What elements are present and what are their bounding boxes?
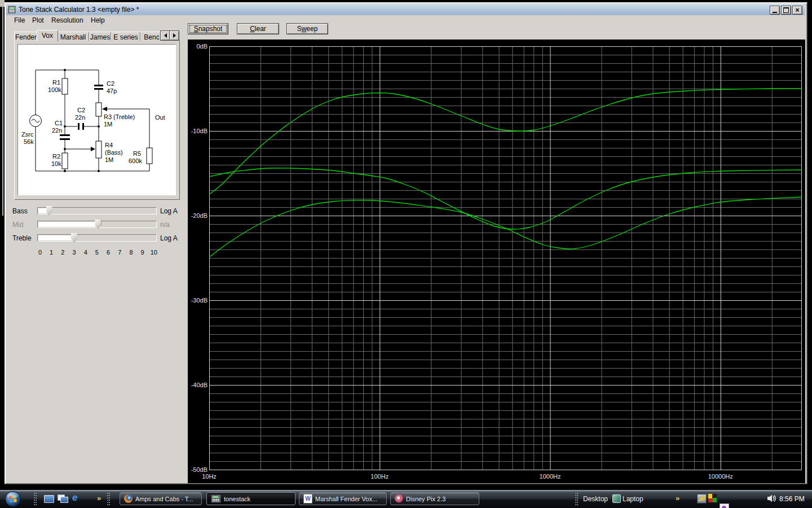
tab-benc[interactable]: Benc	[140, 32, 163, 41]
y-axis-tick-label: -40dB	[191, 382, 208, 388]
component-label: 22n	[75, 114, 85, 121]
tab-vox[interactable]: Vox	[37, 30, 58, 41]
bass-taper-label: Log A	[160, 207, 178, 215]
bass-slider-fill	[38, 208, 47, 213]
component-label: 600k	[129, 157, 142, 164]
security-key-icon[interactable]	[697, 494, 707, 503]
task-button-tonestack[interactable]: tonestack	[206, 492, 295, 505]
clear-button[interactable]: Clear	[237, 23, 279, 34]
mid-taper-label: n/a	[160, 221, 170, 229]
menu-item-resolution[interactable]: Resolution	[48, 15, 86, 25]
component-label: 47p	[107, 87, 117, 94]
task-button-marshall-fender-vox[interactable]: WMarshall Fender Vox...	[299, 492, 387, 505]
switch-windows-icon	[58, 494, 68, 502]
switch-windows-button[interactable]	[58, 494, 68, 502]
laptop-toolbar-label[interactable]: Laptop	[623, 495, 643, 503]
component-label: R3 (Treble)	[104, 113, 135, 120]
task-button-label: Amps and Cabs - T...	[135, 496, 193, 502]
component-label: C2	[77, 107, 85, 113]
snapshot-button[interactable]: Snapshot	[188, 23, 228, 34]
mid-slider-fill	[38, 222, 96, 227]
task-button-amps-and-cabs-t[interactable]: Amps and Cabs - T...	[120, 492, 202, 505]
y-axis-tick-label: -50dB	[191, 466, 208, 473]
tab-fender[interactable]: Fender	[14, 32, 38, 41]
component-label: Out	[155, 114, 165, 121]
word-icon: W	[303, 494, 312, 503]
start-button[interactable]	[5, 491, 21, 507]
task-button-label: tonestack	[224, 496, 250, 502]
desktop-toolbar-grip[interactable]	[575, 493, 579, 505]
component-label: R4	[105, 142, 113, 148]
task-button-disney-pix-2-3[interactable]: Disney Pix 2.3	[390, 492, 479, 505]
title-bar[interactable]: Tone Stack Calculator 1.3 <empty file> *…	[6, 4, 805, 15]
color-grid-icon[interactable]	[708, 494, 717, 502]
show-desktop-button[interactable]	[44, 495, 54, 503]
close-icon: ×	[795, 7, 799, 13]
component-label: R2	[52, 153, 60, 160]
component-label: R1	[52, 79, 60, 86]
mid-slider-label: Mid	[12, 221, 23, 229]
treble-slider-label: Treble	[12, 234, 32, 242]
scale-tick-8: 8	[126, 249, 135, 256]
component-label: (Bass)	[105, 149, 123, 156]
treble-taper-label: Log A	[160, 234, 178, 242]
laptop-toolbar-button[interactable]	[612, 494, 620, 502]
x-axis-tick-label: 1000Hz	[540, 473, 561, 480]
bass-slider-track[interactable]	[37, 207, 157, 214]
menu-item-file[interactable]: File	[11, 15, 28, 25]
internet-explorer-button[interactable]: e	[72, 492, 82, 505]
volume-icon[interactable]	[767, 494, 775, 502]
component-label: 1M	[105, 156, 113, 163]
frequency-response-chart: 0dB-10dB-20dB-30dB-40dB-50dB10Hz100Hz100…	[188, 40, 805, 483]
tab-james[interactable]: James	[89, 32, 111, 41]
scale-tick-7: 7	[115, 249, 124, 256]
background-window-edge	[2, 6, 3, 216]
component-label: C1	[55, 120, 63, 126]
scale-tick-1: 1	[47, 249, 56, 256]
app-icon	[8, 6, 16, 14]
menu-item-plot[interactable]: Plot	[29, 15, 47, 25]
arrow-right-icon	[173, 33, 178, 38]
scale-tick-6: 6	[104, 249, 113, 256]
tray-overflow-chevron[interactable]: »	[676, 494, 679, 502]
scale-tick-10: 10	[149, 249, 158, 256]
tab-marshall[interactable]: Marshall	[57, 32, 89, 41]
internet-explorer-icon: e	[72, 492, 77, 503]
component-label: 10k	[51, 160, 61, 167]
component-label: 100k	[48, 86, 61, 93]
task-button-label: Marshall Fender Vox...	[315, 496, 377, 502]
component-label: Zsrc	[21, 131, 34, 138]
frequency-response-plot-panel: 0dB-10dB-20dB-30dB-40dB-50dB10Hz100Hz100…	[188, 40, 805, 483]
quick-launch-grip[interactable]	[34, 493, 37, 505]
component-label: 1M	[104, 121, 112, 128]
tab-e-series[interactable]: E series	[111, 32, 140, 41]
scale-tick-3: 3	[70, 249, 79, 256]
tab-scroll-right-button[interactable]	[169, 30, 179, 41]
desktop-toolbar-label[interactable]: Desktop	[583, 495, 608, 503]
menu-item-help[interactable]: Help	[88, 15, 108, 25]
tonestack-icon	[211, 494, 221, 503]
treble-slider-track[interactable]	[37, 234, 157, 242]
taskbar-clock[interactable]: 8:56 PM	[779, 495, 805, 503]
bass-slider-label: Bass	[12, 207, 28, 215]
purple-app-icon[interactable]	[720, 503, 729, 508]
vox-tone-stack-schematic: R1100kC247pC222nC122nR3 (Treble)1MR4(Bas…	[18, 45, 175, 195]
scale-tick-2: 2	[58, 249, 67, 256]
firefox-icon	[124, 494, 133, 503]
close-button[interactable]: ×	[792, 6, 802, 15]
component-label: 56k	[24, 138, 34, 145]
component-label: R5	[133, 150, 141, 157]
treble-slider-fill	[38, 235, 72, 240]
minimize-button[interactable]	[770, 6, 780, 15]
sweep-button[interactable]: Sweep	[286, 23, 328, 34]
maximize-button[interactable]	[781, 6, 791, 15]
y-axis-tick-label: -10dB	[191, 128, 208, 134]
maximize-icon	[783, 7, 789, 13]
taskband-grip[interactable]	[107, 493, 111, 505]
scale-tick-0: 0	[36, 249, 45, 256]
quick-launch-overflow-chevron[interactable]: »	[97, 494, 101, 502]
laptop-icon	[612, 494, 621, 503]
component-label: 22n	[52, 127, 62, 134]
y-axis-tick-label: -30dB	[191, 297, 208, 304]
scale-tick-9: 9	[138, 249, 147, 256]
